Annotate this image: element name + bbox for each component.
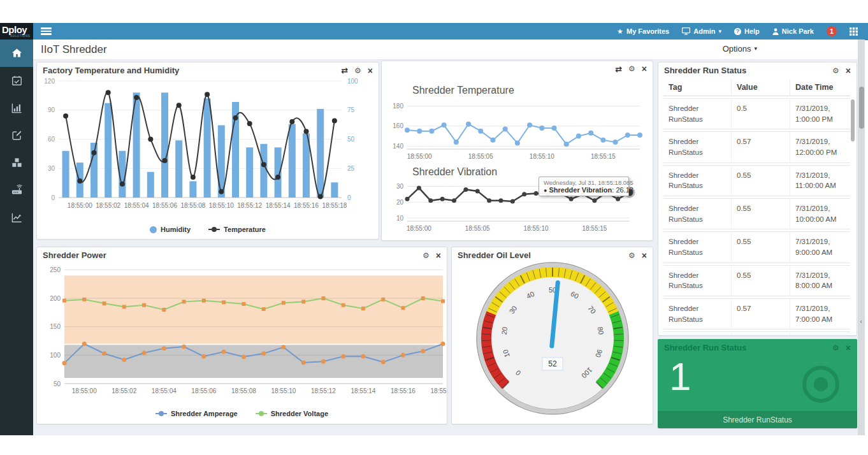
table-cell: 7/31/2019, 1:00:00 PM (790, 98, 850, 129)
close-icon[interactable]: × (846, 343, 851, 352)
nav-admin[interactable]: Admin ▾ (682, 27, 721, 35)
svg-text:140: 140 (393, 143, 403, 150)
collapse-handle-icon[interactable]: ‹ (860, 319, 862, 325)
panel-oil-level-gauge: Shredder Oil Level ⚙ × 01020304050607080… (451, 247, 653, 424)
grid-icon (850, 27, 858, 36)
help-icon: ? (734, 28, 741, 35)
nav-user[interactable]: Nick Park (772, 27, 814, 35)
close-icon[interactable]: × (642, 64, 647, 73)
nav-help[interactable]: ? Help (734, 27, 760, 35)
cubes-icon (11, 157, 23, 169)
gear-icon[interactable]: ⚙ (423, 252, 430, 259)
sidebar-item-home[interactable] (0, 40, 33, 67)
svg-text:160: 160 (393, 122, 403, 129)
svg-text:150: 150 (50, 323, 61, 330)
table-row: Shredder RunStatus0.557/31/2019, 10:00:0… (663, 198, 850, 229)
gear-icon[interactable]: ⚙ (832, 344, 839, 352)
left-sidebar (0, 40, 33, 435)
gear-icon[interactable]: ⚙ (832, 67, 839, 75)
card-footer-link[interactable]: Shredder RunStatus (658, 411, 857, 428)
gear-icon[interactable]: ⚙ (354, 67, 361, 75)
amperage-marker-icon (156, 411, 167, 416)
swap-axes-icon[interactable]: ⇄ (615, 65, 622, 73)
tooltip-value-row: ●Shredder Vibration: 26.13 (544, 186, 624, 194)
column-header-datetime[interactable]: Date Time (790, 79, 850, 96)
close-icon[interactable]: × (436, 251, 441, 260)
legend-item-amperage[interactable]: Shredder Amperage (156, 410, 238, 417)
svg-text:18:55:16: 18:55:16 (391, 387, 416, 394)
table-row: Shredder RunStatus0.557/31/2019, 8:00:00… (663, 265, 850, 296)
svg-text:20: 20 (396, 199, 404, 206)
svg-text:18:55:14: 18:55:14 (266, 202, 291, 209)
sidebar-item-trends[interactable] (0, 204, 33, 231)
star-icon: ★ (617, 28, 623, 35)
table-scrollbar-thumb[interactable] (851, 99, 855, 141)
user-icon (772, 28, 779, 35)
run-status-table-body: Shredder RunStatus0.57/31/2019, 1:00:00 … (663, 98, 850, 336)
nav-admin-label: Admin (693, 27, 715, 35)
table-header-row: Tag Value Date Time (663, 79, 850, 96)
app-logo-text: Dploy (2, 25, 33, 34)
humidity-marker-icon (150, 226, 157, 233)
top-navbar: Dploy SOLUTIONS ★ My Favorites Admin ▾ ?… (0, 23, 868, 40)
legend-item-voltage[interactable]: Shredder Voltage (256, 410, 328, 417)
sidebar-item-assets[interactable] (0, 149, 33, 177)
svg-text:Shredder Temperature: Shredder Temperature (412, 85, 514, 96)
column-header-tag[interactable]: Tag (663, 79, 732, 96)
status-value: 1 (669, 357, 691, 396)
svg-text:100: 100 (347, 78, 358, 85)
svg-text:18:55:06: 18:55:06 (191, 387, 216, 394)
sidebar-item-calendar[interactable] (0, 67, 33, 94)
svg-text:18:55:14: 18:55:14 (351, 387, 375, 394)
svg-text:18:55:08: 18:55:08 (231, 387, 256, 394)
line-chart-icon (11, 212, 23, 224)
calendar-check-icon (11, 75, 23, 87)
svg-text:18:55:08: 18:55:08 (180, 202, 205, 209)
sidebar-item-bar-charts[interactable] (0, 94, 33, 122)
power-chart-canvas: 5010015020025018:55:0018:55:0218:55:0418… (37, 261, 447, 403)
options-dropdown[interactable]: Options ▾ (723, 44, 757, 54)
notification-badge[interactable]: 1 (827, 26, 837, 36)
table-container: Tag Value Date Time Shredder RunStatus0.… (658, 76, 857, 336)
page-scrollbar-thumb[interactable] (859, 87, 864, 129)
navbar-menu: ★ My Favorites Admin ▾ ? Help Nick Park … (617, 26, 868, 36)
panel-shredder-power: Shredder Power ⚙ × 5010015020025018:55:0… (36, 247, 447, 424)
swap-axes-icon[interactable]: ⇄ (341, 66, 348, 75)
sidebar-item-devices[interactable] (0, 177, 33, 204)
svg-text:75: 75 (347, 106, 355, 113)
page-scrollbar[interactable]: ‹ (858, 40, 865, 435)
close-icon[interactable]: × (368, 66, 373, 75)
panel-header: Shredder Power ⚙ × (37, 247, 447, 261)
chevron-down-icon: ▾ (754, 46, 757, 52)
home-icon (11, 47, 23, 59)
app-logo[interactable]: Dploy SOLUTIONS (0, 23, 33, 40)
svg-text:18:55:15: 18:55:15 (582, 225, 607, 232)
nav-my-favorites[interactable]: ★ My Favorites (617, 27, 669, 35)
svg-text:25: 25 (347, 165, 355, 172)
table-cell: 7/31/2019, 12:00:00 PM (790, 131, 850, 162)
panel-header: Factory Temperature and Humidity ⇄ ⚙ × (37, 62, 379, 76)
sidebar-item-editor[interactable] (0, 122, 33, 149)
svg-text:18:55:18: 18:55:18 (431, 387, 447, 394)
table-cell: 0.55 (732, 265, 790, 296)
table-row: Shredder RunStatus0.557/31/2019, 11:00:0… (663, 165, 850, 196)
hamburger-menu-icon[interactable] (41, 26, 52, 36)
close-icon[interactable]: × (642, 251, 647, 260)
bar-chart-icon (11, 102, 23, 114)
table-row: Shredder RunStatus0.557/31/2019, 9:00:00… (663, 231, 850, 263)
column-header-value[interactable]: Value (732, 79, 790, 96)
panel-factory-temp-humidity: Factory Temperature and Humidity ⇄ ⚙ × 0… (36, 62, 379, 240)
legend-item-temperature[interactable]: Temperature (208, 226, 266, 233)
table-cell: 7/31/2019, 11:00:00 AM (790, 165, 850, 196)
gear-icon[interactable]: ⚙ (628, 252, 635, 259)
edit-icon (11, 129, 23, 141)
legend-item-humidity[interactable]: Humidity (150, 226, 191, 233)
table-cell: 7/31/2019, 6:00:00 AM (790, 331, 850, 336)
factory-legend: Humidity Temperature (37, 222, 379, 237)
nav-apps-grid[interactable] (850, 27, 858, 36)
shredder-lines-chart-canvas: Shredder Temperature14016018018:55:0018:… (382, 74, 653, 238)
gear-icon[interactable]: ⚙ (628, 65, 635, 73)
record-circle-icon (801, 365, 841, 407)
close-icon[interactable]: × (846, 66, 851, 75)
svg-text:10: 10 (396, 215, 404, 222)
